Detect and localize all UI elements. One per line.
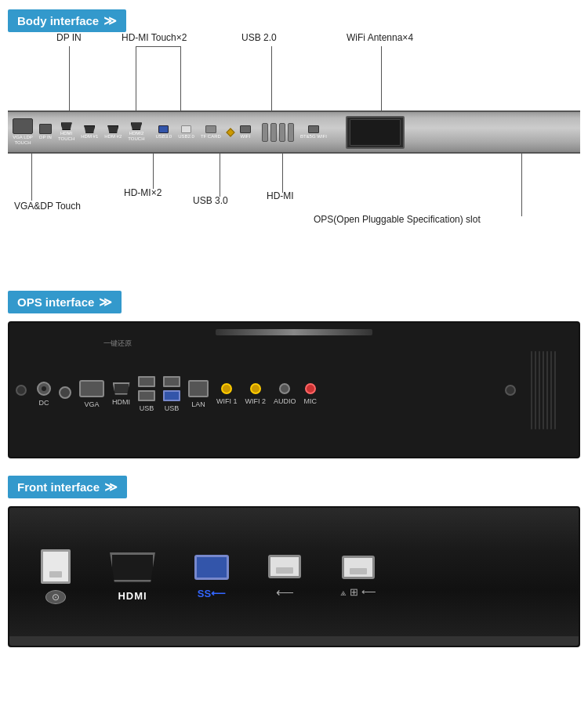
usb2a-inner [276,567,293,574]
label-vga-dp-touch: VGA&DP Touch [14,201,81,212]
usb-stack-1 [138,376,155,401]
body-interface-diagram: DP IN HD-MI Touch×2 USB 2.0 WiFi Antenna… [8,32,580,275]
label-hdmi-x2: HD-MI×2 [124,187,162,198]
wifi2-label: WIFI 2 [245,397,267,405]
ops-port-wifi1: WIFI 1 [216,383,238,405]
ops-port-vga: VGA [79,380,104,408]
dc-connector [37,382,51,396]
body-device-strip: VGA LDPTOUCH DP IN HDMITOUCH HDM #1 [8,110,580,154]
hdmi-connector [113,382,130,395]
port-dp-in: DP IN [39,124,52,140]
tick-hdmi-touch-right [180,46,181,110]
body-interface-title: Body interface [17,14,99,27]
antenna-1 [262,123,268,142]
usb2b-connector [342,556,375,579]
ops-interface-header: OPS interface ≫ [8,291,122,313]
port-usb3: USB3.0 [156,125,172,139]
wifi1-label: WIFI 1 [216,397,238,405]
hdmi-front-label: HDMI [118,590,147,602]
tick-usb3 [220,154,220,197]
front-interface-chevron: ≫ [104,480,118,494]
front-port-usb3: SS⟵ [194,555,229,599]
usb2b-inner [350,568,367,574]
usb2a-icon: ⟵ [276,585,294,599]
port-tf-card: TF CARD [201,125,221,139]
tick-vga-dp [31,154,32,201]
audio-label: AUDIO [274,397,296,405]
front-interface-header: Front interface ≫ [8,476,127,498]
ops-port-hdmi: HDMI [112,382,130,406]
usb1-label: USB [140,404,154,412]
mic-connector [305,383,316,394]
label-dp-in: DP IN [56,32,82,43]
ops-slot [346,116,405,149]
label-wifi-antenna: WiFi Antenna×4 [347,32,413,43]
port-hdmi2: HDM #2 [104,125,122,139]
body-interface-section: Body interface ≫ DP IN HD-MI Touch×2 USB… [0,0,588,275]
label-hdmi-touch: HD-MI Touch×2 [122,32,187,43]
hdmi1-touch-connector [61,122,72,130]
tick-hdmi-x2 [153,154,154,189]
lan-label: LAN [191,400,205,408]
hdmi-touch-bracket [136,46,180,47]
ops-port-lan: LAN [188,380,209,408]
bt-wifi-slot [308,125,319,133]
usb2b-arrow: ⟵ [361,586,376,598]
dp-connector [39,124,52,134]
mount-hole-right [505,385,516,396]
audio-connector [279,383,290,394]
mount-hole-left [16,385,27,396]
ops-port-usb-group2: USB [163,376,180,412]
antenna-4 [288,123,294,142]
usb3-front-label: SS⟵ [198,588,226,599]
usb3-connector [158,125,169,133]
tf-card-slot [205,125,216,133]
label-usb2: USB 2.0 [241,32,277,43]
ops-slot-inner [350,119,401,146]
port-hdmi1-touch: HDMITOUCH [58,122,74,141]
ops-port-audio: AUDIO [274,383,296,405]
vent-line-4 [543,351,544,429]
vent-line-5 [546,351,548,429]
body-interface-chevron: ≫ [103,13,117,28]
hdmi2-connector [107,125,118,133]
tick-hdmi-bottom [282,154,283,193]
usb2b-icons: ⟁ ⊞ ⟵ [340,586,376,598]
ops-port-dc: DC [37,382,51,407]
usb-a-top-1 [138,376,155,387]
usb-a-bottom-2 [163,390,180,401]
ops-port-usb-group1: USB [138,376,155,412]
front-port-usb-b: ⊙ [41,549,71,604]
label-ops-slot: OPS(Open Pluggable Specification) slot [314,214,481,225]
vent-line-7 [554,351,556,429]
usb-stack-2 [163,376,180,401]
dc-label: DC [39,399,49,407]
port-hdmi1: HDM #1 [81,125,98,139]
vent-line-2 [535,351,536,429]
vent-line-1 [531,351,532,429]
label-usb3: USB 3.0 [193,195,228,206]
front-device: ⊙ HDMI SS⟵ ⟵ ⟁ ⊞ ⟵ [8,506,580,647]
mic-label: MIC [304,397,318,405]
power-switch[interactable] [59,386,71,399]
tick-wifi [381,46,382,110]
vga-label: VGA [84,400,99,408]
usb-a-top-2 [163,376,180,387]
usb2-label: USB [165,404,180,412]
tick-dp-in [69,46,70,110]
antenna-2 [270,123,277,142]
label-hdmi-bottom: HD-MI [267,190,294,201]
front-interface-section: Front interface ≫ ⊙ HDMI SS⟵ ⟵ [0,466,588,647]
tick-usb2 [271,46,272,110]
port-bt-wifi: BT&5G WIFI [300,125,327,139]
lan-connector [188,380,209,397]
ops-top-bar [216,329,372,335]
wifi-slot [240,125,251,133]
hdmi-front-connector [110,552,155,582]
hdmi1-connector [84,125,95,133]
android-icon: ⟁ [340,586,347,598]
ops-interface-title: OPS interface [17,295,94,309]
usb-b-connector [41,549,71,584]
front-port-usb2b: ⟁ ⊞ ⟵ [340,556,376,598]
indicator-diamond [226,128,234,136]
